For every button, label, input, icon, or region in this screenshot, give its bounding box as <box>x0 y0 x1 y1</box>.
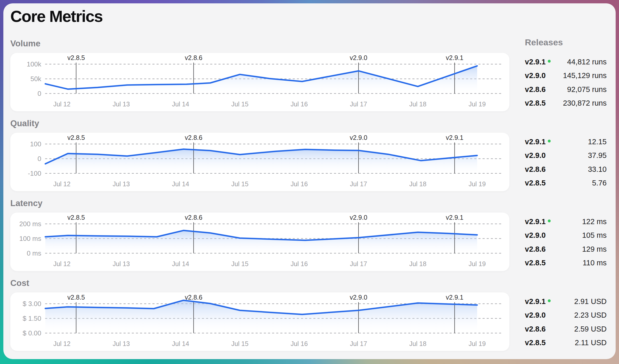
chart-card: $ 3.00$ 1.50$ 0.00v2.8.5v2.8.6v2.9.0v2.9… <box>10 292 509 351</box>
series-area <box>45 231 477 253</box>
quality-chart[interactable]: 1000-100v2.8.5v2.8.6v2.9.0v2.9.1Jul 12Ju… <box>10 133 509 191</box>
release-version: v2.8.5 <box>525 259 546 267</box>
x-axis-label: Jul 13 <box>113 260 130 267</box>
x-axis-label: Jul 18 <box>409 260 427 267</box>
section-title: Volume <box>10 39 165 49</box>
release-version: v2.9.0 <box>525 231 546 240</box>
release-version: v2.8.5 <box>525 99 546 107</box>
release-version: v2.9.1 <box>525 297 551 306</box>
dashboard-window: Core Metrics Releases Volume 100k50k0v2.… <box>3 3 616 359</box>
release-row: v2.9.0105 ms <box>525 228 607 242</box>
release-version: v2.9.1 <box>525 58 551 66</box>
x-axis-label: Jul 12 <box>53 340 71 347</box>
release-marker-label: v2.8.5 <box>67 54 85 61</box>
x-axis-label: Jul 17 <box>350 340 367 347</box>
y-axis-label: 0 <box>38 155 41 163</box>
release-value: 129 ms <box>582 245 607 253</box>
y-axis-label: 100 ms <box>19 235 41 242</box>
release-marker-label: v2.9.0 <box>350 294 367 301</box>
release-value: 2.59 USD <box>574 325 607 333</box>
y-axis-label: 200 ms <box>19 220 41 228</box>
release-version: v2.9.0 <box>525 151 546 160</box>
release-version: v2.8.6 <box>525 165 546 174</box>
release-version: v2.8.6 <box>525 325 546 333</box>
y-axis-label: $ 0.00 <box>23 329 41 337</box>
current-release-dot <box>548 219 551 222</box>
release-value: 230,872 runs <box>563 99 607 107</box>
chart-card: 200 ms100 ms0 msv2.8.5v2.8.6v2.9.0v2.9.1… <box>10 213 509 271</box>
x-axis-label: Jul 14 <box>172 260 189 267</box>
release-row: v2.9.0145,129 runs <box>525 69 607 82</box>
release-marker-label: v2.8.6 <box>185 214 202 221</box>
quality-release-group: v2.9.112.15v2.9.037.95v2.8.633.10v2.8.55… <box>525 135 607 190</box>
release-value: 37.95 <box>588 151 607 160</box>
release-row: v2.8.5230,872 runs <box>525 96 607 110</box>
release-marker-label: v2.8.5 <box>67 294 85 301</box>
volume-chart[interactable]: 100k50k0v2.8.5v2.8.6v2.9.0v2.9.1Jul 12Ju… <box>10 53 509 111</box>
x-axis-label: Jul 17 <box>350 100 367 108</box>
section-title: Cost <box>10 278 165 289</box>
x-axis-label: Jul 13 <box>113 340 130 347</box>
release-value: 145,129 runs <box>563 71 607 80</box>
chart-card: 1000-100v2.8.5v2.8.6v2.9.0v2.9.1Jul 12Ju… <box>10 133 509 191</box>
x-axis-label: Jul 19 <box>469 260 486 267</box>
chart-card: 100k50k0v2.8.5v2.8.6v2.9.0v2.9.1Jul 12Ju… <box>10 53 509 111</box>
release-marker-label: v2.9.0 <box>350 214 367 221</box>
current-release-dot <box>548 140 551 142</box>
x-axis-label: Jul 15 <box>231 100 249 108</box>
volume-release-group: v2.9.144,812 runsv2.9.0145,129 runsv2.8.… <box>525 55 607 110</box>
release-marker-label: v2.9.0 <box>350 134 367 141</box>
x-axis-label: Jul 16 <box>291 260 308 267</box>
release-value: 110 ms <box>583 259 607 267</box>
x-axis-label: Jul 18 <box>409 100 427 108</box>
release-value: 2.91 USD <box>574 297 607 306</box>
cost-chart[interactable]: $ 3.00$ 1.50$ 0.00v2.8.5v2.8.6v2.9.0v2.9… <box>10 292 509 351</box>
release-marker-label: v2.9.1 <box>446 134 463 141</box>
releases-panel-title: Releases <box>525 37 607 48</box>
x-axis-label: Jul 12 <box>53 180 71 188</box>
x-axis-label: Jul 17 <box>350 260 367 267</box>
y-axis-label: 100k <box>27 60 42 68</box>
x-axis-label: Jul 17 <box>350 180 367 188</box>
x-axis-label: Jul 12 <box>53 260 71 267</box>
series-area <box>45 300 477 333</box>
x-axis-label: Jul 15 <box>231 180 249 188</box>
release-row: v2.9.12.91 USD <box>525 295 607 308</box>
release-row: v2.8.6129 ms <box>525 242 607 256</box>
x-axis-label: Jul 19 <box>469 180 486 188</box>
latency-release-group: v2.9.1122 msv2.9.0105 msv2.8.6129 msv2.8… <box>525 215 607 270</box>
release-row: v2.9.1122 ms <box>525 215 607 228</box>
y-axis-label: $ 3.00 <box>23 300 41 308</box>
x-axis-label: Jul 18 <box>409 180 427 188</box>
x-axis-label: Jul 13 <box>113 180 130 188</box>
x-axis-label: Jul 19 <box>469 100 486 108</box>
section-title: Latency <box>10 198 165 209</box>
release-version: v2.8.6 <box>525 85 546 94</box>
release-marker-label: v2.9.1 <box>446 214 463 221</box>
section-title: Quality <box>10 118 165 129</box>
y-axis-label: $ 1.50 <box>23 315 41 322</box>
release-marker-label: v2.8.6 <box>185 294 202 301</box>
release-marker-label: v2.8.5 <box>67 134 85 141</box>
release-row: v2.9.144,812 runs <box>525 55 607 69</box>
x-axis-label: Jul 13 <box>113 100 130 108</box>
release-value: 33.10 <box>588 165 607 174</box>
x-axis-label: Jul 16 <box>291 180 308 188</box>
release-row: v2.9.037.95 <box>525 149 607 162</box>
x-axis-label: Jul 18 <box>409 340 427 347</box>
release-version: v2.9.0 <box>525 71 546 80</box>
current-release-dot <box>548 299 551 302</box>
x-axis-label: Jul 14 <box>172 100 189 108</box>
series-area <box>45 66 477 94</box>
y-axis-label: 0 ms <box>27 249 41 257</box>
release-value: 12.15 <box>588 138 607 146</box>
y-axis-label: -100 <box>28 170 41 177</box>
release-version: v2.8.5 <box>525 179 546 187</box>
release-version: v2.9.0 <box>525 311 546 319</box>
y-axis-label: 50k <box>30 75 42 83</box>
release-row: v2.8.692,075 runs <box>525 83 607 96</box>
release-row: v2.8.55.76 <box>525 176 607 190</box>
release-row: v2.8.62.59 USD <box>525 322 607 336</box>
latency-chart[interactable]: 200 ms100 ms0 msv2.8.5v2.8.6v2.9.0v2.9.1… <box>10 213 509 271</box>
release-value: 122 ms <box>582 217 607 226</box>
